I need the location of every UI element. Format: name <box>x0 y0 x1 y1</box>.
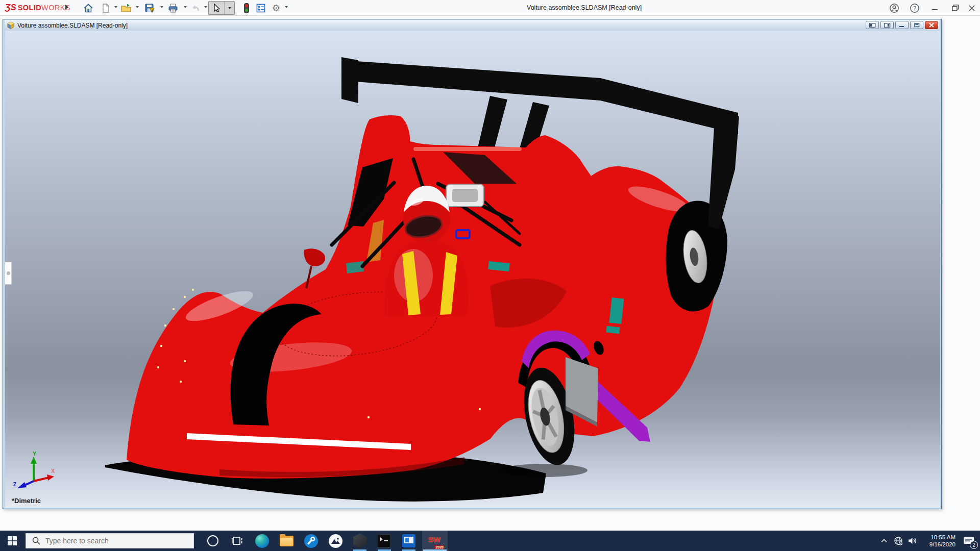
solidworks-logo-mark: ƷS <box>5 3 16 13</box>
taskbar-item-file-explorer[interactable] <box>275 531 298 551</box>
document-title: Voiture assomblee.SLDASM [Read-only] <box>17 22 128 29</box>
help-button[interactable]: ? <box>904 0 925 16</box>
home-button[interactable] <box>82 2 95 14</box>
wrench-icon <box>304 534 318 548</box>
taskbar-item-media-app[interactable] <box>398 531 420 551</box>
taskbar-item-solidworks[interactable]: SW 2020 <box>422 531 448 551</box>
clock-time: 10:55 AM <box>920 534 955 541</box>
doc-minimize-button[interactable] <box>895 21 909 29</box>
help-icon: ? <box>910 3 920 13</box>
photos-icon <box>329 534 342 548</box>
select-cursor-icon <box>212 3 221 13</box>
app-window-title: Voiture assomblee.SLDASM [Read-only] <box>527 4 642 11</box>
select-tool-dropdown[interactable] <box>224 2 234 14</box>
document-titlebar[interactable]: Voiture assomblee.SLDASM [Read-only] <box>5 20 940 31</box>
media-app-icon <box>402 534 415 547</box>
taskbar-clock[interactable]: 10:55 AM 9/16/2020 <box>920 534 958 548</box>
document-window: Voiture assomblee.SLDASM [Read-only] <box>3 19 942 509</box>
taskbar-item-photos[interactable] <box>324 531 347 551</box>
new-document-icon <box>101 3 111 13</box>
minimize-icon <box>932 5 938 11</box>
minimize-button[interactable] <box>925 0 945 16</box>
hexagon-app-icon <box>353 534 367 548</box>
taskbar-item-3d-app[interactable] <box>349 531 371 551</box>
search-icon <box>32 537 40 545</box>
traffic-light-icon <box>242 3 251 14</box>
taskbar-item-cortana[interactable] <box>202 531 224 551</box>
undo-button[interactable] <box>189 2 202 14</box>
doc-pane-left-button[interactable] <box>866 21 879 29</box>
open-folder-icon <box>121 3 132 13</box>
svg-text:Z: Z <box>13 482 16 487</box>
app-client-area: Voiture assomblee.SLDASM [Read-only] <box>0 16 980 531</box>
menu-expand-arrow-icon[interactable] <box>65 5 68 10</box>
close-icon <box>969 5 975 11</box>
search-input[interactable] <box>45 537 173 545</box>
doc-pane-right-button[interactable] <box>880 21 894 29</box>
taskbar-item-edge[interactable] <box>251 531 273 551</box>
task-view-icon <box>232 536 243 546</box>
save-icon <box>144 3 155 13</box>
system-tray: 10:55 AM 9/16/2020 2 <box>877 531 980 551</box>
tray-volume-button[interactable] <box>905 531 920 551</box>
taskbar-search-box[interactable] <box>26 533 194 548</box>
taskbar-item-task-view[interactable] <box>226 531 249 551</box>
select-tool-group <box>208 1 235 15</box>
cortana-icon <box>207 535 218 546</box>
doc-close-button[interactable] <box>925 21 938 29</box>
command-prompt-icon <box>378 534 391 547</box>
globe-no-internet-icon <box>894 536 903 545</box>
windows-logo-icon <box>8 536 17 545</box>
edge-icon <box>255 534 269 548</box>
pane-left-icon <box>869 23 876 28</box>
tray-chevron-button[interactable] <box>877 531 891 551</box>
splitter-dot-icon <box>7 271 10 275</box>
car-assembly-scene <box>5 31 940 508</box>
view-orientation-label: *Dimetric <box>12 497 41 505</box>
open-dropdown[interactable] <box>136 6 139 8</box>
print-button[interactable] <box>166 2 180 14</box>
restore-icon <box>952 5 959 11</box>
save-dropdown[interactable] <box>160 6 163 8</box>
taskbar-item-support-tool[interactable] <box>300 531 322 551</box>
print-dropdown[interactable] <box>184 6 187 8</box>
select-tool-button[interactable] <box>209 2 224 14</box>
undo-dropdown[interactable] <box>204 6 207 8</box>
chevron-up-icon <box>881 539 887 543</box>
options-button[interactable]: ⚙ <box>270 2 283 14</box>
account-button[interactable] <box>884 0 904 16</box>
gear-icon: ⚙ <box>272 4 280 13</box>
solidworks-logo: ƷS SOLID WORKS <box>5 3 70 13</box>
file-properties-icon <box>256 3 266 13</box>
doc-restore-icon <box>914 23 920 28</box>
assembly-icon <box>7 21 15 30</box>
options-dropdown[interactable] <box>285 6 288 8</box>
graphics-viewport[interactable]: Y X Z *Dimetric <box>5 31 940 508</box>
svg-text:?: ? <box>913 5 916 11</box>
action-center-button[interactable]: 2 <box>958 531 980 551</box>
taskbar-item-command-prompt[interactable] <box>373 531 396 551</box>
svg-text:Y: Y <box>33 450 37 457</box>
tray-network-button[interactable] <box>891 531 905 551</box>
doc-restore-button[interactable] <box>910 21 923 29</box>
app-toolbar: ƷS SOLID WORKS ⚙ Voiture a <box>0 0 980 16</box>
new-document-button[interactable] <box>99 2 112 14</box>
file-properties-button[interactable] <box>254 2 267 14</box>
svg-text:X: X <box>51 468 55 474</box>
save-button[interactable] <box>143 2 156 14</box>
start-button[interactable] <box>0 531 24 551</box>
account-icon <box>889 3 899 13</box>
close-button[interactable] <box>962 0 980 16</box>
home-icon <box>83 3 93 13</box>
clock-date: 9/16/2020 <box>920 541 955 548</box>
featuremanager-splitter-tab[interactable] <box>5 262 12 285</box>
solidworks-2020-icon: SW 2020 <box>427 533 443 548</box>
doc-minimize-icon <box>899 23 904 28</box>
open-button[interactable] <box>119 2 133 14</box>
file-explorer-icon <box>280 536 293 546</box>
rebuild-button[interactable] <box>240 2 253 14</box>
new-document-dropdown[interactable] <box>114 6 117 8</box>
print-icon <box>168 3 179 13</box>
notification-count-badge: 2 <box>970 541 978 549</box>
speaker-icon <box>908 537 917 545</box>
